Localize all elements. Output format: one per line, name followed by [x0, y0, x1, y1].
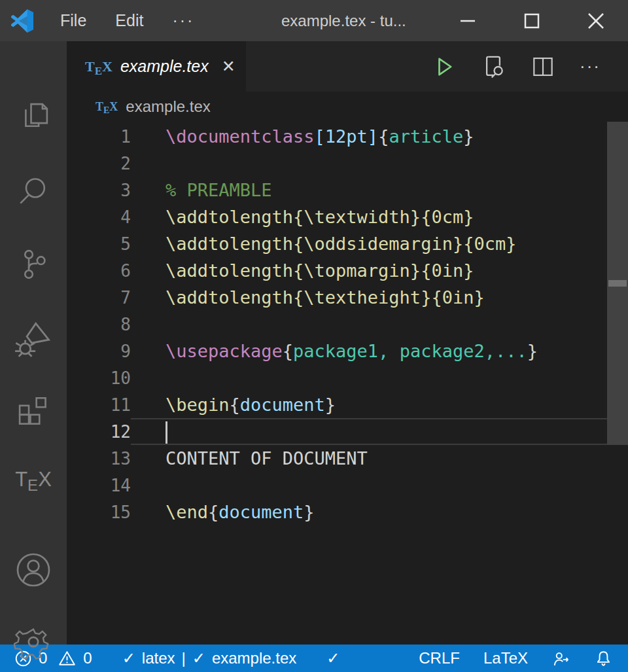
status-bar: 0 0 ✓ latex | ✓ example.tex ✓ CRLF LaTeX	[0, 645, 628, 672]
line-number[interactable]: 1	[67, 127, 131, 147]
code-token: article	[389, 126, 463, 147]
explorer-icon[interactable]	[0, 99, 67, 137]
tab-close-icon[interactable]: ✕	[222, 57, 236, 76]
more-actions-icon[interactable]: ···	[580, 56, 601, 77]
code-token: {	[378, 126, 389, 147]
code-line[interactable]: 11\begin{document}	[67, 391, 628, 418]
settings-gear-icon[interactable]	[0, 622, 67, 662]
line-number[interactable]: 10	[67, 368, 131, 388]
line-content: CONTENT OF DOCUMENT	[131, 445, 628, 472]
line-content: \begin{document}	[131, 391, 628, 418]
line-number[interactable]: 14	[67, 476, 131, 495]
code-line[interactable]: 15\end{document}	[67, 499, 628, 525]
code-line[interactable]: 3% PREAMBLE	[67, 177, 628, 203]
code-token: \documentclass	[166, 126, 315, 147]
code-token: \addtolength{\textwidth}{0cm}	[166, 207, 474, 227]
menu-file[interactable]: File	[60, 11, 86, 30]
scrollbar-thumb[interactable]	[607, 122, 628, 445]
line-number[interactable]: 11	[67, 395, 131, 415]
view-pdf-preview-icon[interactable]	[480, 54, 506, 79]
tex-file-icon-small: TEX	[96, 100, 118, 114]
title-bar: File Edit ··· example.tex - tu...	[0, 0, 628, 41]
code-line[interactable]: 5\addtolength{\oddsidemargin}{0cm}	[67, 230, 628, 257]
code-line[interactable]: 14	[67, 472, 628, 499]
line-number[interactable]: 2	[67, 154, 131, 173]
minimize-button[interactable]	[436, 0, 500, 41]
breadcrumb[interactable]: TEX example.tex	[67, 92, 628, 122]
line-number[interactable]: 9	[67, 342, 131, 361]
menu-bar: File Edit ···	[60, 11, 194, 30]
code-token: \addtolength{\textheight}{0in}	[166, 287, 485, 308]
line-number[interactable]: 15	[67, 503, 131, 522]
build-run-icon[interactable]	[433, 56, 455, 78]
vscode-logo	[10, 9, 34, 33]
extensions-icon[interactable]	[0, 392, 67, 430]
code-line[interactable]: 10	[67, 364, 628, 391]
code-line[interactable]: 6\addtolength{\topmargin}{0in}	[67, 257, 628, 284]
source-control-icon[interactable]	[0, 245, 67, 283]
lint-status[interactable]: ✓	[326, 649, 340, 667]
code-line[interactable]: 4\addtolength{\textwidth}{0cm}	[67, 203, 628, 230]
line-number[interactable]: 8	[67, 315, 131, 334]
latex-workshop-icon[interactable]: TEX	[0, 468, 67, 491]
code-line[interactable]: 1\documentclass[12pt]{article}	[67, 123, 628, 150]
menu-overflow-icon[interactable]: ···	[172, 11, 194, 30]
line-number[interactable]: 5	[67, 234, 131, 254]
line-number[interactable]: 12	[67, 422, 131, 442]
latex-build-status[interactable]: ✓ latex | ✓ example.tex	[122, 649, 297, 667]
code-line[interactable]: 7\addtolength{\textheight}{0in}	[67, 284, 628, 311]
check-icon: ✓	[326, 649, 340, 667]
code-line[interactable]: 13CONTENT OF DOCUMENT	[67, 445, 628, 472]
code-line[interactable]: 12	[67, 418, 628, 445]
code-token: \end	[166, 502, 208, 522]
language-mode[interactable]: LaTeX	[483, 649, 528, 667]
text-cursor	[166, 421, 167, 444]
tab-bar: TEX example.tex ✕ ···	[67, 41, 628, 92]
line-number[interactable]: 4	[67, 207, 131, 227]
code-editor[interactable]: 1\documentclass[12pt]{article}23% PREAMB…	[67, 122, 628, 645]
code-token: % PREAMBLE	[166, 180, 272, 200]
code-token: {	[283, 341, 293, 361]
activity-bar: TEX	[0, 41, 67, 645]
code-line[interactable]: 8	[67, 311, 628, 338]
file-label: example.tex	[212, 649, 296, 667]
line-content: \addtolength{\textwidth}{0cm}	[131, 203, 628, 230]
breadcrumb-file[interactable]: example.tex	[126, 97, 210, 116]
eol-indicator[interactable]: CRLF	[419, 649, 460, 667]
warnings-count: 0	[83, 649, 92, 667]
code-token: document	[218, 502, 304, 522]
code-token: }	[527, 341, 538, 361]
code-token: }	[325, 395, 336, 415]
line-number[interactable]: 7	[67, 288, 131, 308]
code-token: }	[463, 126, 474, 147]
tab-example-tex[interactable]: TEX example.tex ✕	[67, 41, 246, 92]
line-number[interactable]: 6	[67, 261, 131, 281]
line-number[interactable]: 13	[67, 449, 131, 469]
window-controls	[436, 0, 628, 41]
overview-ruler-marker	[608, 280, 627, 287]
search-icon[interactable]	[0, 172, 67, 210]
line-content: \documentclass[12pt]{article}	[131, 123, 628, 150]
line-number[interactable]: 3	[67, 181, 131, 200]
menu-edit[interactable]: Edit	[115, 11, 143, 30]
tab-label: example.tex	[120, 57, 209, 76]
tex-file-icon: TEX	[85, 58, 113, 75]
feedback-icon[interactable]	[551, 650, 571, 667]
line-content	[131, 418, 628, 445]
line-content	[131, 150, 628, 177]
line-content: \addtolength{\oddsidemargin}{0cm}	[131, 230, 628, 257]
code-line[interactable]: 2	[67, 150, 628, 177]
code-token: \addtolength{\oddsidemargin}{0cm}	[166, 234, 516, 254]
check-icon: ✓	[192, 649, 205, 667]
line-content: \end{document}	[131, 499, 628, 525]
code-token: {	[230, 395, 240, 415]
account-icon[interactable]	[0, 550, 67, 590]
maximize-button[interactable]	[500, 0, 564, 41]
line-content: % PREAMBLE	[131, 177, 628, 203]
line-content	[131, 311, 628, 338]
close-button[interactable]	[564, 0, 628, 41]
split-editor-icon[interactable]	[531, 55, 555, 79]
notifications-bell-icon[interactable]	[595, 649, 612, 668]
run-debug-icon[interactable]	[0, 319, 67, 359]
code-line[interactable]: 9\usepackage{package1, package2,...}	[67, 338, 628, 364]
